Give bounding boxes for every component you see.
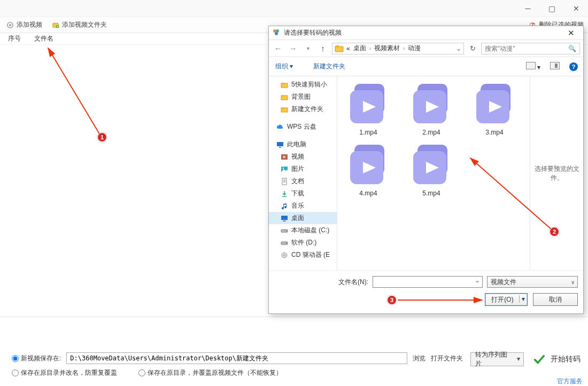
tree-item-d-drive[interactable]: 软件 (D:) [269,237,337,249]
svg-point-30 [284,254,285,256]
save-overwrite-radio[interactable]: 保存在原目录，并覆盖原视频文件（不能恢复） [138,368,282,377]
add-video-button[interactable]: 添加视频 [6,20,42,29]
file-grid[interactable]: 1.mp4 2.mp4 3.mp4 4.mp4 5.mp4 [337,76,530,270]
up-button[interactable]: ↑ [317,44,329,53]
cancel-button[interactable]: 取消 [533,293,578,306]
organize-menu[interactable]: 组织 ▾ [275,62,293,71]
preview-pane-button[interactable] [550,62,560,71]
breadcrumb-seg-2[interactable]: 视频素材 [373,44,401,53]
start-transcode-button[interactable]: 开始转码 [533,353,581,365]
video-thumb-icon [346,143,391,187]
tree-item-c-drive[interactable]: 本地磁盘 (C:) [269,224,337,237]
back-button[interactable]: ← [272,44,284,53]
save-to-new-radio[interactable]: 新视频保存在: [12,354,61,363]
sequence-image-combo[interactable]: 转为序列图片 [470,352,524,366]
sequence-image-label: 转为序列图片 [475,350,510,368]
add-folder-button[interactable]: 添加视频文件夹 [52,20,107,29]
file-tile[interactable]: 2.mp4 [404,82,459,136]
search-icon: 🔍 [568,45,576,52]
dialog-title: 请选择要转码的视频 [284,28,559,37]
breadcrumb-seg-3[interactable]: 动漫 [407,44,422,53]
save-rename-label: 保存在原目录并改名，防重复覆盖 [21,368,117,377]
folder-icon [281,106,288,113]
tree-item-downloads[interactable]: 下载 [269,187,337,200]
annotation-badge-3: 3 [387,295,397,305]
check-icon [533,353,545,365]
save-overwrite-label: 保存在原目录，并覆盖原视频文件（不能恢复） [148,368,282,377]
filename-input[interactable]: ⌄ [373,276,483,288]
svg-rect-18 [279,147,281,148]
svg-rect-22 [282,178,287,185]
pictures-icon [281,166,288,173]
annotation-badge-1: 1 [97,132,107,142]
tree-item-wps[interactable]: WPS 云盘 [269,121,337,133]
file-tile[interactable]: 5.mp4 [404,143,459,197]
forward-button[interactable]: → [287,44,299,53]
save-rename-radio[interactable]: 保存在原目录并改名，防重复覆盖 [12,368,117,377]
video-thumb-icon [409,82,454,127]
tree-item-music[interactable]: 音乐 [269,200,337,212]
video-thumb-icon [472,82,517,127]
address-bar[interactable]: « 桌面 › 视频素材 › 动漫 ⌄ [332,43,464,54]
col-seq[interactable]: 序号 [0,34,32,43]
file-tile[interactable]: 3.mp4 [467,82,522,136]
recent-menu[interactable]: ▾ [302,45,314,51]
save-path-input[interactable] [66,352,407,364]
tree-item-quick[interactable]: 5快速剪辑小 [269,78,337,91]
annotation-badge-2: 2 [550,227,559,237]
tree-item-docs[interactable]: 文档 [269,175,337,187]
filter-combo[interactable]: 视频文件 [487,276,578,288]
address-drop-icon[interactable]: ⌄ [456,45,461,52]
save-to-new-label: 新视频保存在: [21,354,61,363]
dialog-close-button[interactable]: ✕ [562,28,580,38]
minimize-button[interactable]: ─ [516,0,540,17]
music-icon [281,202,288,210]
refresh-button[interactable]: ↻ [467,44,478,52]
svg-rect-10 [335,45,339,48]
tree-item-thispc[interactable]: 此电脑 [269,138,337,151]
dialog-nav-row: ← → ▾ ↑ « 桌面 › 视频素材 › 动漫 ⌄ ↻ 🔍 [269,40,583,57]
file-name-label: 4.mp4 [359,190,377,197]
dialog-titlebar: 请选择要转码的视频 ✕ [269,26,583,40]
tree-item-video[interactable]: 视频 [269,151,337,163]
filename-label: 文件名(N): [338,278,368,287]
search-box[interactable]: 🔍 [481,43,580,54]
svg-rect-12 [281,83,284,84]
chevron-right-icon: › [402,45,406,51]
file-name-label: 1.mp4 [359,129,377,136]
tree-item-bg[interactable]: 背景图 [269,91,337,103]
file-name-label: 2.mp4 [422,129,440,136]
search-input[interactable] [485,45,566,52]
svg-point-28 [286,242,287,243]
cd-icon [281,251,288,259]
tree-item-pictures[interactable]: 图片 [269,163,337,175]
help-icon[interactable]: ? [569,62,578,71]
cloud-icon [276,123,284,131]
breadcrumb-seg-1[interactable]: 桌面 [352,44,367,53]
download-icon [281,190,288,198]
file-tile[interactable]: 1.mp4 [341,82,396,136]
dialog-command-row: 组织 ▾ 新建文件夹 ▾ ? [269,57,583,76]
file-tile[interactable]: 4.mp4 [341,143,396,197]
official-service-link[interactable]: 官方服务 [557,377,583,386]
dialog-app-icon [272,28,281,38]
maximize-button[interactable]: ▢ [540,0,564,17]
plus-circle-icon [6,21,14,29]
dialog-bottom: 文件名(N): ⌄ 视频文件 打开(O) 取消 [269,270,583,313]
tree-item-newdir[interactable]: 新建文件夹 [269,103,337,115]
browse-button[interactable]: 浏览 [413,354,425,363]
tree-item-cd-drive[interactable]: CD 驱动器 (E [269,249,337,261]
nav-tree[interactable]: 5快速剪辑小 背景图 新建文件夹 WPS 云盘 此电脑 视频 [269,76,337,270]
svg-point-26 [286,230,287,231]
close-button[interactable]: ✕ [564,0,588,17]
add-video-label: 添加视频 [17,20,42,29]
open-button[interactable]: 打开(O) [485,293,528,306]
svg-point-21 [283,167,284,169]
breadcrumb-prefix: « [345,45,351,52]
new-folder-button[interactable]: 新建文件夹 [313,62,345,71]
svg-rect-2 [53,22,56,24]
svg-rect-24 [283,220,286,222]
tree-item-desktop[interactable]: 桌面 [269,212,337,224]
view-mode-button[interactable]: ▾ [526,62,540,71]
open-folder-button[interactable]: 打开文件夹 [431,354,463,363]
